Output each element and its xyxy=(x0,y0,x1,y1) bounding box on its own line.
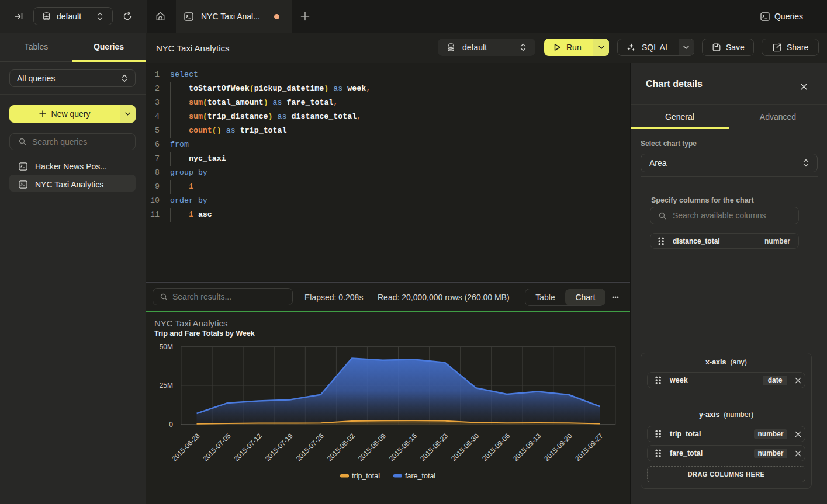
svg-text:2015-07-26: 2015-07-26 xyxy=(295,432,326,463)
svg-text:2015-07-19: 2015-07-19 xyxy=(264,432,295,463)
svg-text:2015-09-27: 2015-09-27 xyxy=(573,432,605,463)
svg-text:2015-09-06: 2015-09-06 xyxy=(480,432,512,463)
svg-text:trip_total: trip_total xyxy=(352,472,380,480)
svg-text:2015-08-23: 2015-08-23 xyxy=(418,432,450,463)
svg-text:2015-08-16: 2015-08-16 xyxy=(387,432,419,463)
svg-text:50M: 50M xyxy=(160,343,173,351)
svg-text:2015-07-05: 2015-07-05 xyxy=(201,432,233,463)
svg-text:2015-09-13: 2015-09-13 xyxy=(511,432,543,463)
svg-text:2015-06-28: 2015-06-28 xyxy=(170,432,202,463)
svg-text:2015-08-09: 2015-08-09 xyxy=(357,432,388,463)
svg-text:fare_total: fare_total xyxy=(405,472,435,480)
svg-text:2015-08-02: 2015-08-02 xyxy=(326,432,357,463)
svg-text:2015-09-20: 2015-09-20 xyxy=(542,432,574,463)
svg-text:0: 0 xyxy=(169,420,173,429)
svg-text:25M: 25M xyxy=(160,381,173,390)
svg-text:2015-07-12: 2015-07-12 xyxy=(233,432,264,463)
svg-text:2015-08-30: 2015-08-30 xyxy=(449,432,481,463)
